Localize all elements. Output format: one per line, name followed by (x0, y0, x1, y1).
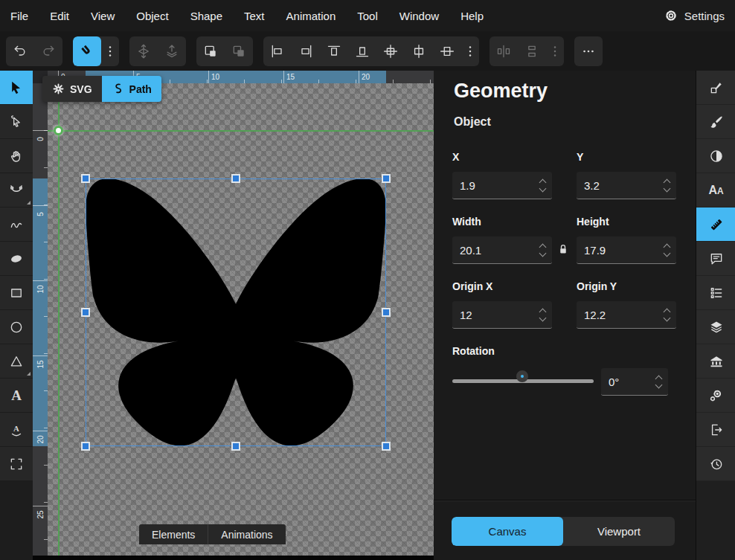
origin-x-label: Origin X (452, 280, 492, 292)
rectangle-icon (9, 286, 24, 300)
distribute-options-button[interactable] (546, 36, 564, 66)
direct-select-tool[interactable] (0, 105, 33, 139)
typography-panel-button[interactable]: AA (696, 173, 735, 207)
rectangle-tool[interactable] (0, 276, 33, 310)
breadcrumb-svg-tab[interactable]: SVG (42, 76, 102, 102)
text-tool[interactable]: A (0, 379, 33, 413)
menu-object[interactable]: Object (136, 5, 168, 27)
layers-panel-button[interactable] (696, 310, 735, 344)
x-field (452, 172, 552, 199)
selection-handle-se[interactable] (382, 442, 391, 451)
zoom-fit-tool[interactable] (0, 447, 33, 481)
mask-back-icon (231, 44, 246, 59)
selection-handle-w[interactable] (81, 308, 90, 317)
text-path-tool[interactable]: A (0, 413, 33, 447)
menu-help[interactable]: Help (460, 5, 484, 27)
bring-forward-button[interactable] (158, 36, 186, 66)
y-input[interactable] (577, 179, 664, 192)
menu-file[interactable]: File (10, 5, 28, 27)
contrast-panel-button[interactable] (696, 139, 735, 173)
redo-button[interactable] (34, 36, 62, 66)
distribute-v-button[interactable] (518, 36, 546, 66)
library-panel-button[interactable] (696, 344, 735, 379)
more-tools-button[interactable] (574, 36, 603, 66)
comments-panel-button[interactable] (696, 242, 735, 276)
arrange-order-button[interactable] (129, 36, 158, 66)
height-field (577, 236, 676, 264)
snap-options-button[interactable] (101, 36, 119, 66)
rotation-input[interactable] (601, 376, 656, 388)
align-bottom-icon (355, 44, 370, 59)
rotation-slider-thumb[interactable] (516, 370, 528, 382)
menu-view[interactable]: View (91, 5, 115, 27)
selection-handle-sw[interactable] (81, 442, 90, 451)
node-tool[interactable] (0, 173, 33, 207)
breadcrumb-path-tab[interactable]: Path (102, 76, 161, 102)
selection-bounding-box[interactable] (86, 178, 386, 446)
select-tool[interactable] (0, 71, 33, 105)
origin-y-input[interactable] (577, 309, 664, 321)
x-stepper[interactable] (540, 180, 552, 191)
align-options-button[interactable] (461, 36, 479, 66)
settings-menu[interactable]: Settings (664, 8, 725, 23)
y-stepper[interactable] (664, 180, 676, 191)
drawing-canvas[interactable] (48, 83, 434, 560)
align-bottom-button[interactable] (348, 36, 376, 66)
geometry-panel-button[interactable] (696, 207, 735, 242)
mask-back-button[interactable] (225, 36, 253, 66)
menu-tool[interactable]: Tool (357, 5, 378, 27)
align-top-button[interactable] (320, 36, 348, 66)
selection-handle-ne[interactable] (382, 174, 391, 183)
viewport-toggle-button[interactable]: Viewport (563, 517, 675, 546)
menu-bar: File Edit View Object Shape Text Animati… (0, 0, 735, 31)
history-panel-button[interactable] (696, 447, 735, 481)
blob-brush-tool[interactable] (0, 242, 33, 276)
selection-handle-s[interactable] (231, 442, 240, 451)
snap-toggle-button[interactable] (73, 36, 101, 66)
align-center-v-button[interactable] (433, 36, 461, 66)
undo-button[interactable] (6, 36, 34, 66)
export-panel-button[interactable] (696, 413, 735, 447)
width-input[interactable] (452, 244, 540, 257)
height-stepper[interactable] (664, 245, 676, 256)
x-input[interactable] (452, 179, 540, 192)
menu-edit[interactable]: Edit (50, 5, 69, 27)
tab-animations[interactable]: Animations (208, 524, 285, 544)
breadcrumb: SVG Path (42, 76, 161, 102)
origin-guide-horizontal (48, 130, 434, 132)
origin-y-stepper[interactable] (664, 309, 676, 321)
menu-shape[interactable]: Shape (190, 5, 222, 27)
panel-title: Geometry (454, 80, 548, 103)
selection-handle-e[interactable] (382, 308, 391, 317)
polygon-tool[interactable] (0, 344, 33, 379)
align-left-button[interactable] (263, 36, 292, 66)
mask-front-button[interactable] (196, 36, 225, 66)
pencil-tool[interactable] (0, 207, 33, 242)
appearance-panel-button[interactable] (696, 71, 735, 105)
brush-panel-button[interactable] (696, 105, 735, 139)
selection-handle-n[interactable] (231, 174, 240, 183)
distribute-h-button[interactable] (490, 36, 518, 66)
tab-elements[interactable]: Elements (139, 524, 208, 544)
align-center-both-button[interactable] (376, 36, 405, 66)
menu-animation[interactable]: Animation (286, 5, 336, 27)
origin-x-input[interactable] (452, 309, 540, 321)
selection-handle-nw[interactable] (81, 174, 90, 183)
ellipse-tool[interactable] (0, 310, 33, 344)
plugins-panel-button[interactable] (696, 379, 735, 413)
menu-text[interactable]: Text (244, 5, 265, 27)
origin-x-stepper[interactable] (540, 309, 552, 321)
canvas-toggle-button[interactable]: Canvas (452, 517, 563, 546)
aspect-lock-button[interactable] (556, 242, 571, 257)
width-stepper[interactable] (540, 245, 552, 256)
menu-window[interactable]: Window (399, 5, 439, 27)
rotation-stepper[interactable] (656, 376, 668, 387)
height-input[interactable] (577, 244, 664, 257)
align-right-button[interactable] (292, 36, 320, 66)
ruler-label: 15 (35, 357, 45, 372)
contrast-icon (709, 149, 724, 164)
properties-panel-button[interactable] (696, 276, 735, 310)
hand-tool[interactable] (0, 139, 33, 173)
width-label: Width (452, 216, 481, 228)
align-center-h-button[interactable] (405, 36, 433, 66)
